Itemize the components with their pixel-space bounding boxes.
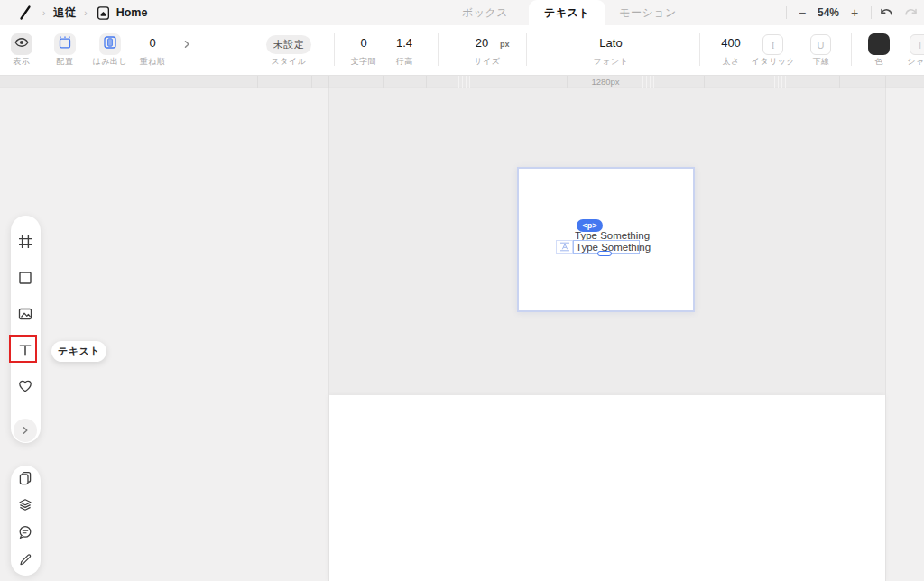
italic-label: イタリック: [752, 56, 796, 68]
app-root: › 追従 › Home ボックス テキスト モーション − 54% +: [0, 0, 924, 581]
font-size-label: サイズ: [474, 56, 500, 68]
toolbar-divider: [526, 33, 527, 66]
icon-tool-heart-icon[interactable]: [17, 378, 33, 394]
color-label: 色: [874, 56, 883, 68]
color-swatch[interactable]: [868, 33, 890, 55]
font-size-unit: px: [500, 40, 510, 49]
text-tool-tooltip: テキスト: [51, 341, 106, 362]
italic-button[interactable]: I: [762, 34, 783, 55]
font-weight-value[interactable]: 400: [721, 36, 741, 50]
tab-motion[interactable]: モーション: [612, 0, 684, 25]
page-left-edge: [328, 88, 329, 581]
letter-spacing-label: 文字間: [351, 56, 377, 68]
overflow-label: はみ出し: [93, 56, 128, 68]
placement-label: 配置: [57, 56, 74, 68]
eye-icon: [14, 34, 30, 54]
font-weight-label: 太さ: [722, 56, 739, 68]
letter-spacing-value[interactable]: 0: [360, 36, 366, 50]
tab-box[interactable]: ボックス: [451, 0, 519, 25]
underline-button[interactable]: U: [810, 34, 831, 55]
layers-icon[interactable]: [17, 497, 33, 513]
frame-tool-icon[interactable]: [17, 234, 33, 250]
stack-order-value[interactable]: 0: [149, 36, 155, 50]
utility-palette: [11, 466, 41, 576]
toolbar-divider: [699, 33, 700, 66]
header-bar: › 追従 › Home ボックス テキスト モーション − 54% +: [0, 0, 924, 25]
image-tool-icon[interactable]: [17, 306, 33, 322]
text-a-icon: [559, 239, 571, 255]
underline-label: 下線: [813, 56, 830, 68]
box-tool-icon[interactable]: [17, 270, 33, 286]
design-canvas[interactable]: <p> Type Something Type Something: [0, 88, 924, 581]
style-preset-button[interactable]: 未設定: [266, 35, 311, 54]
placement-icon: [57, 34, 73, 54]
page-right-edge: [885, 88, 886, 581]
canvas-ruler: 1280px: [0, 76, 924, 88]
toolbar-divider: [438, 33, 439, 66]
font-size-value[interactable]: 20: [476, 36, 488, 50]
placement-button[interactable]: [54, 33, 76, 55]
pencil-icon[interactable]: [17, 551, 33, 567]
header-divider: [786, 6, 787, 19]
stack-order-label: 重ね順: [140, 56, 166, 68]
page-section-white[interactable]: [328, 395, 885, 581]
properties-toolbar: 表示 配置 はみ出し 0 重: [0, 25, 924, 76]
zoom-out-button[interactable]: −: [794, 0, 810, 25]
text-element-handle[interactable]: [556, 240, 573, 254]
tab-text[interactable]: テキスト: [529, 0, 605, 25]
redo-icon[interactable]: [902, 5, 919, 21]
expand-tools-button[interactable]: [14, 419, 37, 442]
style-label: スタイル: [272, 56, 307, 68]
text-tool-highlight: [9, 335, 37, 363]
line-height-label: 行高: [396, 56, 413, 68]
overflow-icon: [102, 34, 118, 54]
zoom-in-button[interactable]: +: [846, 0, 863, 25]
zoom-level[interactable]: 54%: [811, 0, 845, 25]
toolbar-divider: [851, 33, 852, 66]
toolbar-divider: [334, 33, 335, 66]
overflow-button[interactable]: [99, 33, 121, 55]
font-family-label: フォント: [594, 56, 629, 68]
font-family-value[interactable]: Lato: [599, 36, 622, 50]
page-width-label: 1280px: [591, 77, 619, 87]
visibility-button[interactable]: [11, 33, 32, 55]
text-width-handle[interactable]: [597, 251, 612, 256]
undo-icon[interactable]: [878, 5, 895, 21]
tool-palette: [11, 216, 41, 443]
comment-icon[interactable]: [17, 524, 33, 540]
header-divider: [871, 6, 872, 19]
shadow-label: シャ: [907, 56, 924, 68]
line-height-value[interactable]: 1.4: [396, 36, 412, 50]
shadow-button[interactable]: T: [910, 34, 924, 55]
stack-order-expand-icon[interactable]: [180, 38, 193, 51]
visibility-label: 表示: [14, 56, 31, 68]
pages-icon[interactable]: [17, 470, 33, 486]
